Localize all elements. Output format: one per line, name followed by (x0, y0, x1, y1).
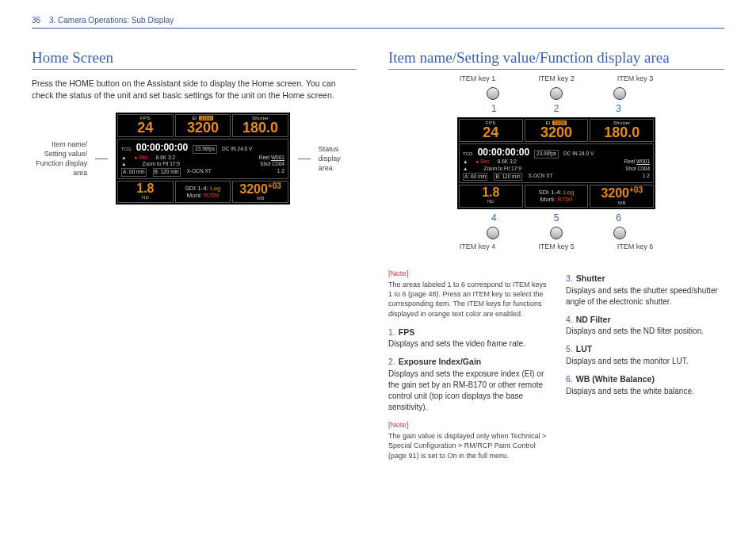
label-left: Item name/ Setting value/ Function displ… (32, 139, 87, 178)
r-seg-fps: FPS 24 (459, 119, 523, 142)
intro-text: Press the HOME button on the Assistant s… (32, 78, 357, 101)
r-seg-wb: 3200+03 WB (590, 185, 654, 207)
breadcrumb: 3. Camera Operations: Sub Display (49, 16, 174, 25)
label-right: Status display area (319, 144, 357, 173)
item-keys-top: ITEM key 1 ITEM key 2 ITEM key 3 (437, 75, 675, 82)
item-key-3-knob[interactable] (613, 87, 626, 100)
item-area-lcd: FPS 24 EI3200 3200 Shutter 180.0 (457, 117, 655, 209)
desc-col-right: 3.Shutter Displays and sets the shutter … (566, 268, 724, 468)
item-key-4-knob[interactable] (487, 227, 499, 239)
page-number: 36 (32, 16, 40, 25)
seg-wb: 3200+03 WB (232, 181, 288, 203)
r-status-area: TCG 00:00:00:00 23.98fps DC IN 24.0 V ▲ … (459, 143, 654, 183)
heading-home-screen: Home Screen (32, 49, 357, 70)
r-seg-nd: 1.8 ND (459, 185, 523, 207)
heading-item-area: Item name/Setting value/Function display… (388, 49, 724, 70)
nums-bottom: 4 5 6 (437, 212, 675, 224)
seg-fps: FPS 24 (117, 114, 174, 137)
seg-ei: EI3200 3200 (175, 114, 231, 137)
seg-shutter: Shutter 180.0 (232, 114, 288, 137)
page-header: 36 3. Camera Operations: Sub Display (32, 16, 724, 29)
r-seg-ei: EI3200 3200 (525, 119, 589, 142)
r-seg-shutter: Shutter 180.0 (590, 119, 654, 142)
item-key-1-knob[interactable] (487, 87, 499, 100)
r-seg-sdi: SDI 1-4: Log Moni: R709 (525, 185, 589, 207)
desc-col-left: [Note] The areas labeled 1 to 6 correspo… (388, 268, 547, 468)
status-area: TCG 00:00:00:00 23.98fps DC IN 24.0 V ▲ … (117, 139, 288, 178)
home-screen-lcd: FPS 24 EI3200 3200 Shutter 180.0 (116, 113, 290, 204)
item-key-6-knob[interactable] (613, 227, 626, 239)
callout-line-left (95, 159, 108, 159)
seg-nd: 1.8 ND (117, 181, 174, 203)
callout-line-right (298, 159, 311, 159)
nums-top: 1 2 3 (437, 103, 675, 114)
item-key-2-knob[interactable] (550, 87, 563, 100)
item-key-5-knob[interactable] (550, 227, 563, 239)
item-keys-bottom: ITEM key 4 ITEM key 5 ITEM key 6 (437, 243, 675, 250)
seg-sdi: SDI 1-4: Log Moni: R709 (175, 181, 231, 203)
